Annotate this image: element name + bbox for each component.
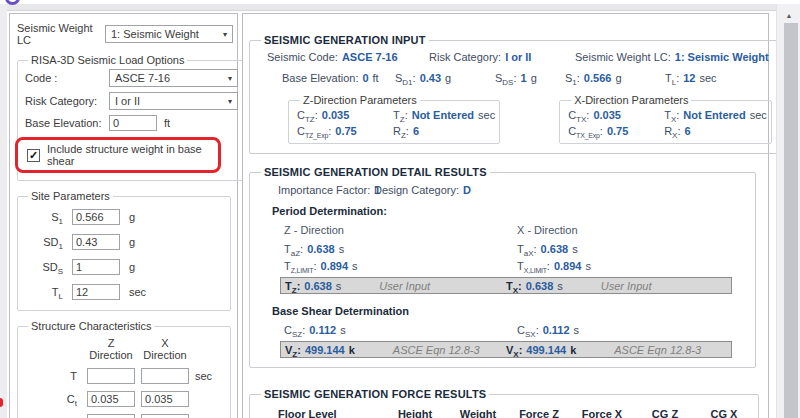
col-force-x: Force X <box>582 408 622 418</box>
risa-load-options-group: RISA-3D Seismic Load Options Code : ASCE… <box>17 54 244 181</box>
seismic-generation-input-section: SEISMIC GENERATION INPUT Seismic Code: A… <box>249 34 779 154</box>
sds-input[interactable] <box>72 259 120 275</box>
code-select[interactable]: ASCE 7-16 ▾ <box>109 69 238 87</box>
detail-results-title: SEISMIC GENERATION DETAIL RESULTS <box>261 166 490 178</box>
include-weight-label: Include structure weight in base shear <box>47 143 214 167</box>
x-direction-parameters-box: X-Direction Parameters CTX: 0.035 TX: No… <box>559 94 772 144</box>
scrollbar-thumb[interactable] <box>784 23 798 418</box>
seismic-weight-lc-select[interactable]: 1: Seismic Weight ▾ <box>105 25 233 43</box>
ct-exp-x-input[interactable] <box>141 414 189 418</box>
risk-category-result-value: I or II <box>505 51 531 63</box>
z-direction-header: Z - Direction <box>284 224 517 236</box>
weight-lc-result-label: Seismic Weight LC: <box>575 51 671 63</box>
site-parameters-group: Site Parameters S1 g SD1 g SDS g TL sec <box>17 190 231 311</box>
risa-load-options-title: RISA-3D Seismic Load Options <box>28 54 187 66</box>
period-determination-heading: Period Determination: <box>272 205 749 217</box>
weight-lc-result-value: 1: Seismic Weight <box>675 51 769 63</box>
include-weight-highlight-annotation: ✓ Include structure weight in base shear <box>15 137 221 173</box>
tax-result: TaX: 0.638s <box>517 243 749 255</box>
vx-eqn-note: ASCE Eqn 12.8-3 <box>614 344 701 356</box>
seismic-generation-force-results-section: SEISMIC GENERATION FORCE RESULTS Floor L… <box>249 388 759 418</box>
vertical-scrollbar[interactable]: ▲ <box>776 4 800 418</box>
tl-input[interactable] <box>72 284 120 300</box>
t-label: T <box>25 370 81 382</box>
csx-result: CSX: 0.112s <box>517 324 749 336</box>
chevron-down-icon: ▾ <box>228 74 232 83</box>
seismic-options-panel: Seismic Weight LC 1: Seismic Weight ▾ RI… <box>9 13 238 418</box>
taz-result: TaZ: 0.638s <box>284 243 517 255</box>
txlimit-result: TX,LIMIT: 0.894s <box>517 260 749 272</box>
t-x-input[interactable] <box>141 368 189 384</box>
ct-label: Ct <box>25 393 81 405</box>
design-category-label: Design Category: <box>374 184 459 196</box>
code-label: Code : <box>25 72 109 84</box>
period-used-row: TZ: 0.638 s User Input TX: 0.638 s User … <box>280 277 732 294</box>
sd1-unit: g <box>129 236 159 248</box>
include-weight-checkbox[interactable]: ✓ <box>27 149 40 162</box>
z-direction-column-header: Z Direction <box>87 337 135 361</box>
x-direction-column-header: X Direction <box>141 337 189 361</box>
csz-result: CSZ: 0.112s <box>284 324 517 336</box>
tz-source-note: User Input <box>379 280 430 292</box>
base-elevation-label: Base Elevation: <box>25 117 109 129</box>
code-value: ASCE 7-16 <box>115 72 170 84</box>
base-elevation-unit: ft <box>164 117 170 129</box>
col-height: Height <box>398 408 432 418</box>
vz-eqn-note: ASCE Eqn 12.8-3 <box>393 344 480 356</box>
tl-unit: sec <box>129 286 159 298</box>
seismic-code-value: ASCE 7-16 <box>342 51 398 63</box>
seismic-weight-lc-row: Seismic Weight LC 1: Seismic Weight ▾ <box>17 22 233 46</box>
s1-input[interactable] <box>72 209 120 225</box>
risk-category-label: Risk Category: <box>25 95 109 107</box>
sds-unit: g <box>129 261 159 273</box>
tx-source-note: User Input <box>601 280 652 292</box>
checkmark-icon: ✓ <box>29 150 38 161</box>
tzlimit-result: TZ,LIMIT: 0.894s <box>284 260 517 272</box>
sd1-result: SD1: 0.43g <box>395 72 495 84</box>
seismic-generation-detail-results-section: SEISMIC GENERATION DETAIL RESULTS Import… <box>249 166 756 368</box>
top-divider-band <box>0 4 800 11</box>
design-category-value: D <box>463 184 471 196</box>
scroll-up-arrow-icon[interactable]: ▲ <box>777 8 800 23</box>
structure-characteristics-title: Structure Characteristics <box>28 320 154 332</box>
s1-label: S1 <box>27 211 63 223</box>
seismic-generation-input-title: SEISMIC GENERATION INPUT <box>261 34 429 46</box>
seismic-results-panel: SEISMIC GENERATION INPUT Seismic Code: A… <box>242 13 769 418</box>
z-direction-parameters-box: Z-Direction Parameters CTZ: 0.035 TZ: No… <box>288 94 500 144</box>
chevron-down-icon: ▾ <box>223 30 227 39</box>
force-results-title: SEISMIC GENERATION FORCE RESULTS <box>261 388 489 400</box>
seismic-weight-lc-label: Seismic Weight LC <box>17 22 105 46</box>
sd1-input[interactable] <box>72 234 120 250</box>
col-force-z: Force Z <box>519 408 559 418</box>
x-direction-header: X - Direction <box>517 224 749 236</box>
chevron-down-icon: ▾ <box>228 97 232 106</box>
importance-factor-label: Importance Factor: <box>278 184 370 196</box>
ct-exp-z-input[interactable] <box>87 414 135 418</box>
sds-label: SDS <box>27 261 63 273</box>
col-cg-x: CG X <box>711 408 738 418</box>
s1-result: S1: 0.566g <box>565 72 665 84</box>
site-parameters-title: Site Parameters <box>28 190 113 202</box>
x-direction-parameters-title: X-Direction Parameters <box>571 94 691 106</box>
t-unit: sec <box>195 370 219 382</box>
left-edge-strip <box>0 4 7 418</box>
seismic-code-label: Seismic Code: <box>267 51 338 63</box>
t-z-input[interactable] <box>87 368 135 384</box>
tl-result: TL: 12sec <box>665 72 717 84</box>
base-shear-row: VZ: 499.144 k ASCE Eqn 12.8-3 VX: 499.14… <box>280 341 732 358</box>
risk-category-select[interactable]: I or II ▾ <box>109 92 238 110</box>
ct-x-input[interactable] <box>141 391 189 407</box>
z-direction-parameters-title: Z-Direction Parameters <box>300 94 420 106</box>
base-elevation-input[interactable] <box>109 115 157 131</box>
col-cg-z: CG Z <box>652 408 678 418</box>
risk-category-value: I or II <box>115 95 140 107</box>
base-elev-result-label: Base Elevation: <box>282 72 358 84</box>
sd1-label: SD1 <box>27 236 63 248</box>
ct-z-input[interactable] <box>87 391 135 407</box>
col-weight: Weight <box>460 408 496 418</box>
s1-unit: g <box>129 211 159 223</box>
risk-category-result-label: Risk Category: <box>429 51 501 63</box>
sds-result: SDS: 1g <box>495 72 565 84</box>
structure-characteristics-group: Structure Characteristics Z Direction X … <box>17 320 231 418</box>
tl-label: TL <box>27 286 63 298</box>
